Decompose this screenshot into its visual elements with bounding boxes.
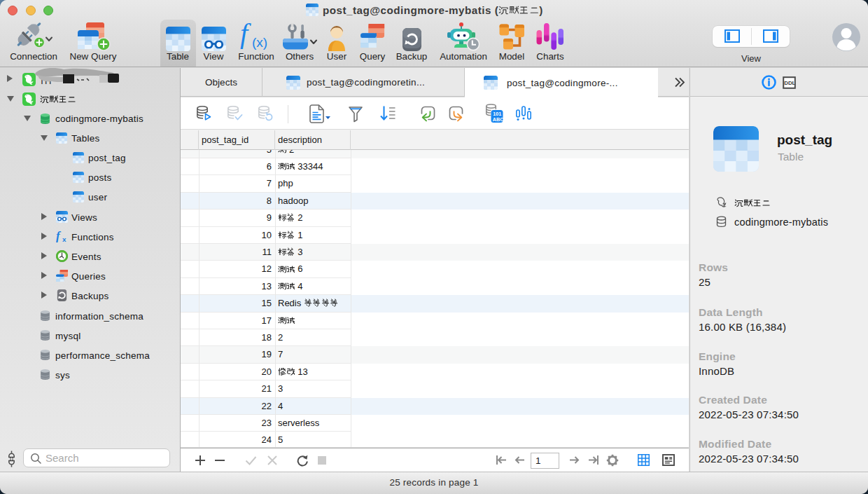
svg-text:ABC: ABC [493,116,503,123]
svg-text:DDL: DDL [784,80,795,86]
svg-text:(x): (x) [252,35,267,50]
svg-text:f: f [240,23,251,49]
